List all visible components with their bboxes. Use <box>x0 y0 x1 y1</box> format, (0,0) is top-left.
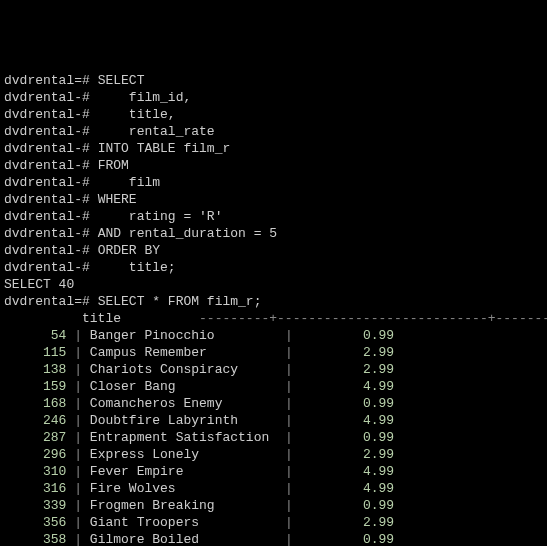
sql-line: ORDER BY <box>90 243 160 258</box>
psql-prompt: dvdrental-# <box>4 243 90 258</box>
cell-title: Entrapment Satisfaction <box>90 430 285 445</box>
sql-line: title; <box>90 260 176 275</box>
cell-rental-rate: 4.99 <box>300 481 394 496</box>
sql-line: FROM <box>90 158 129 173</box>
cell-title: Campus Remember <box>90 345 285 360</box>
cell-film-id: 159 <box>4 379 66 394</box>
cell-film-id: 316 <box>4 481 66 496</box>
cell-rental-rate: 4.99 <box>300 464 394 479</box>
cell-film-id: 54 <box>4 328 66 343</box>
cell-rental-rate: 2.99 <box>300 345 394 360</box>
cell-rental-rate: 4.99 <box>300 413 394 428</box>
cell-rental-rate: 0.99 <box>300 328 394 343</box>
cell-film-id: 138 <box>4 362 66 377</box>
psql-prompt: dvdrental=# <box>4 73 90 88</box>
cell-title: Banger Pinocchio <box>90 328 285 343</box>
sql-line: film <box>90 175 160 190</box>
psql-prompt: dvdrental-# <box>4 260 90 275</box>
cell-film-id: 168 <box>4 396 66 411</box>
sql-line: rating = 'R' <box>90 209 223 224</box>
sql-line: SELECT <box>90 73 145 88</box>
cell-title: Gilmore Boiled <box>90 532 285 546</box>
cell-rental-rate: 0.99 <box>300 532 394 546</box>
psql-prompt: dvdrental=# <box>4 294 90 309</box>
cell-film-id: 287 <box>4 430 66 445</box>
cell-rental-rate: 2.99 <box>300 447 394 462</box>
cell-rental-rate: 0.99 <box>300 430 394 445</box>
cell-film-id: 296 <box>4 447 66 462</box>
cell-rental-rate: 0.99 <box>300 396 394 411</box>
cell-rental-rate: 2.99 <box>300 515 394 530</box>
cell-film-id: 339 <box>4 498 66 513</box>
cell-rental-rate: 4.99 <box>300 379 394 394</box>
cell-film-id: 246 <box>4 413 66 428</box>
cell-rental-rate: 2.99 <box>300 362 394 377</box>
cell-title: Fever Empire <box>90 464 285 479</box>
cell-film-id: 356 <box>4 515 66 530</box>
psql-prompt: dvdrental-# <box>4 124 90 139</box>
sql-line: rental_rate <box>90 124 215 139</box>
cell-title: Fire Wolves <box>90 481 285 496</box>
result-count: SELECT 40 <box>4 277 74 292</box>
cell-title: Express Lonely <box>90 447 285 462</box>
psql-prompt: dvdrental-# <box>4 158 90 173</box>
cell-title: Frogmen Breaking <box>90 498 285 513</box>
psql-prompt: dvdrental-# <box>4 209 90 224</box>
sql-line: title, <box>90 107 176 122</box>
sql-line: film_id, <box>90 90 191 105</box>
cell-film-id: 310 <box>4 464 66 479</box>
cell-film-id: 358 <box>4 532 66 546</box>
cell-title: Doubtfire Labyrinth <box>90 413 285 428</box>
terminal-output: dvdrental=# SELECT dvdrental-# film_id, … <box>4 72 543 546</box>
psql-prompt: dvdrental-# <box>4 90 90 105</box>
sql-line: WHERE <box>90 192 137 207</box>
header-separator: ---------+---------------------------+--… <box>199 311 547 326</box>
cell-title: Chariots Conspiracy <box>90 362 285 377</box>
psql-prompt: dvdrental-# <box>4 141 90 156</box>
sql-line: SELECT * FROM film_r; <box>90 294 262 309</box>
sql-line: AND rental_duration = 5 <box>90 226 277 241</box>
cell-title: Comancheros Enemy <box>90 396 285 411</box>
cell-title: Giant Troopers <box>90 515 285 530</box>
psql-prompt: dvdrental-# <box>4 192 90 207</box>
psql-prompt: dvdrental-# <box>4 226 90 241</box>
sql-line: INTO TABLE film_r <box>90 141 230 156</box>
cell-film-id: 115 <box>4 345 66 360</box>
psql-prompt: dvdrental-# <box>4 107 90 122</box>
cell-rental-rate: 0.99 <box>300 498 394 513</box>
psql-prompt: dvdrental-# <box>4 175 90 190</box>
cell-title: Closer Bang <box>90 379 285 394</box>
